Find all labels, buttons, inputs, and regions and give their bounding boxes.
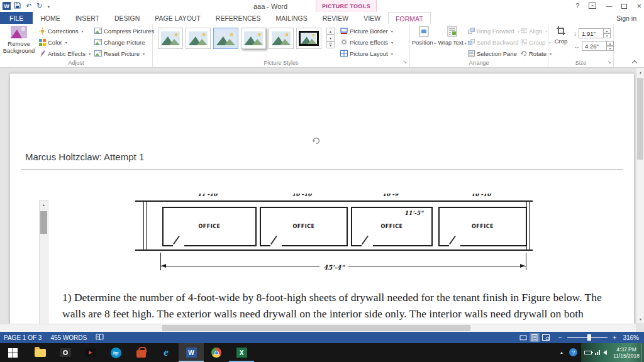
picture-style-thumbnail-2[interactable]	[186, 28, 211, 49]
height-up-icon[interactable]	[604, 28, 611, 33]
taskbar-store-app[interactable]	[128, 343, 153, 362]
tab-file[interactable]: FILE	[0, 12, 33, 24]
tab-mailings[interactable]: MAILINGS	[269, 12, 315, 24]
undo-icon[interactable]	[26, 3, 31, 9]
sign-in-link[interactable]: Sign in	[609, 12, 644, 24]
zoom-in-icon[interactable]	[613, 334, 616, 341]
taskbar-hp-app[interactable]	[103, 343, 128, 362]
horizontal-scrollbar[interactable]	[0, 324, 636, 332]
width-value[interactable]: 4.26"	[582, 41, 607, 51]
tray-show-hidden-icons[interactable]	[560, 343, 564, 362]
picture-style-thumbnail-5[interactable]	[269, 28, 294, 49]
height-value[interactable]: 1.91"	[579, 28, 604, 38]
tab-page-layout[interactable]: PAGE LAYOUT	[147, 12, 208, 24]
selection-pane-button[interactable]: Selection Pane	[468, 48, 517, 58]
customize-quick-access-icon[interactable]	[47, 3, 50, 9]
corrections-button[interactable]: Corrections	[39, 26, 84, 36]
picture-style-thumbnail-6-black-frame[interactable]	[296, 28, 321, 49]
ribbon-display-options-icon[interactable]	[589, 3, 596, 10]
picture-effects-button[interactable]: Picture Effects	[340, 37, 393, 47]
gallery-scroll-up-icon[interactable]	[326, 28, 335, 35]
tab-view[interactable]: VIEW	[356, 12, 388, 24]
word-app-icon[interactable]	[3, 2, 11, 10]
remove-background-button[interactable]: Remove Background	[2, 26, 36, 54]
taskbar-camera-app[interactable]	[53, 343, 78, 362]
scroll-up-icon[interactable]	[636, 68, 644, 76]
taskbar-excel-open[interactable]	[229, 343, 254, 362]
reset-picture-button[interactable]: Reset Picture	[94, 48, 145, 58]
tray-help-icon[interactable]	[569, 348, 577, 356]
align-button[interactable]: Align	[521, 26, 547, 36]
battery-icon[interactable]	[584, 351, 592, 354]
crop-button[interactable]: Crop	[550, 26, 572, 45]
height-down-icon[interactable]	[604, 33, 611, 38]
scroll-down-icon[interactable]	[636, 315, 644, 323]
width-stepper[interactable]: 4.26"	[582, 41, 614, 51]
taskbar-clock[interactable]: 4:37 PM 11/15/2018	[611, 346, 642, 359]
taskbar-media-app[interactable]	[78, 343, 103, 362]
horizontal-scroll-thumb[interactable]	[162, 325, 470, 331]
tab-design[interactable]: DESIGN	[107, 12, 147, 24]
save-icon[interactable]	[14, 2, 21, 10]
taskbar-file-explorer[interactable]	[28, 343, 53, 362]
redo-icon[interactable]	[36, 3, 42, 9]
close-icon[interactable]	[636, 2, 641, 10]
tab-review[interactable]: REVIEW	[315, 12, 356, 24]
vertical-scrollbar[interactable]	[636, 68, 644, 323]
document-area: Marcus Holtzclaw: Attempt 1 11'-10" 10'-…	[0, 68, 644, 332]
embedded-scroll-up-icon[interactable]	[40, 200, 48, 209]
restore-icon[interactable]	[621, 4, 627, 9]
position-button[interactable]: Position	[411, 26, 436, 47]
show-desktop-button[interactable]	[641, 343, 644, 362]
picture-style-thumbnail-1[interactable]	[158, 28, 183, 49]
picture-rotate-handle[interactable]	[312, 136, 320, 144]
picture-style-thumbnail-3-selected[interactable]	[213, 28, 238, 49]
word-count[interactable]: 455 WORDS	[50, 334, 87, 341]
picture-style-thumbnail-4[interactable]	[241, 28, 266, 49]
collapse-ribbon-icon[interactable]	[631, 60, 638, 65]
wrap-text-button[interactable]: Wrap Text	[438, 26, 467, 47]
tab-references[interactable]: REFERENCES	[208, 12, 269, 24]
change-picture-button[interactable]: Change Picture	[94, 37, 145, 47]
group-button[interactable]: Group	[521, 37, 550, 47]
color-button[interactable]: Color	[39, 37, 67, 47]
taskbar-internet-explorer[interactable]	[153, 343, 179, 362]
picture-styles-dialog-launcher-icon[interactable]	[402, 55, 407, 66]
tab-insert[interactable]: INSERT	[68, 12, 107, 24]
embedded-picture-scrollbar[interactable]	[39, 200, 48, 332]
tab-home[interactable]: HOME	[33, 12, 68, 24]
network-signal-icon[interactable]	[595, 350, 600, 355]
zoom-slider[interactable]	[567, 337, 608, 338]
artistic-effects-button[interactable]: Artistic Effects	[39, 48, 91, 58]
print-layout-view-icon[interactable]	[530, 333, 540, 342]
page-indicator[interactable]: PAGE 1 OF 3	[4, 334, 42, 341]
picture-layout-button[interactable]: Picture Layout	[340, 48, 393, 58]
minimize-icon[interactable]	[606, 3, 612, 9]
proofing-icon[interactable]	[96, 334, 104, 342]
send-backward-button[interactable]: Send Backward	[468, 37, 524, 47]
help-icon[interactable]	[575, 3, 579, 9]
embedded-scroll-thumb[interactable]	[40, 211, 47, 234]
height-stepper[interactable]: 1.91"	[579, 28, 611, 38]
zoom-level[interactable]: 316%	[623, 334, 639, 341]
floor-plan-figure[interactable]: 11'-10" 10'-10" 10'-9" 10'-10" OFFICE OF…	[135, 195, 533, 288]
zoom-slider-thumb[interactable]	[587, 334, 591, 341]
vertical-scroll-thumb[interactable]	[637, 78, 643, 160]
size-dialog-launcher-icon[interactable]	[607, 55, 611, 66]
start-button[interactable]	[0, 343, 25, 362]
zoom-out-icon[interactable]	[558, 334, 562, 341]
taskbar-chrome[interactable]	[204, 343, 229, 362]
rotate-button[interactable]: Rotate	[521, 48, 552, 58]
tab-format[interactable]: FORMAT	[388, 12, 431, 24]
gallery-more-icon[interactable]	[326, 41, 335, 48]
compress-pictures-button[interactable]: Compress Pictures	[94, 26, 154, 36]
width-down-icon[interactable]	[607, 46, 614, 51]
width-up-icon[interactable]	[607, 41, 614, 46]
read-mode-view-icon[interactable]	[518, 333, 528, 342]
gallery-scroll-down-icon[interactable]	[326, 35, 335, 41]
volume-icon[interactable]	[603, 350, 607, 355]
taskbar-word-active[interactable]	[179, 343, 204, 362]
picture-border-button[interactable]: Picture Border	[340, 26, 393, 36]
web-layout-view-icon[interactable]	[541, 333, 551, 342]
bring-forward-button[interactable]: Bring Forward	[468, 26, 519, 36]
